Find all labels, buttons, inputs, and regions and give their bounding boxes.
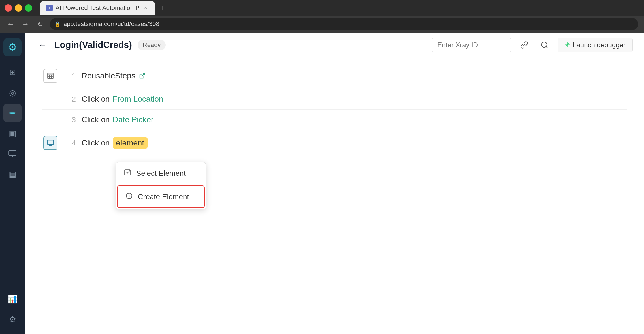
new-tab-btn[interactable]: + [157, 2, 169, 14]
traffic-light-yellow[interactable] [15, 4, 22, 12]
app-container: ⚙ ⊞ ◎ ✏ ▣ ▦ 📊 ⚙ ← [0, 33, 644, 334]
browser-chrome: T AI Powered Test Automation P × + ← → ↻… [0, 0, 644, 33]
refresh-nav-btn[interactable]: ↻ [35, 19, 45, 29]
step-number-2: 2 [65, 95, 76, 104]
address-text: app.testsigma.com/ui/td/cases/308 [63, 20, 159, 28]
tab-favicon: T [46, 5, 53, 11]
dropdown-menu: Select Element Create Element [116, 162, 206, 209]
step-number-3: 3 [65, 115, 76, 124]
sidebar-item-screen[interactable] [3, 145, 22, 163]
xray-id-input[interactable] [432, 38, 511, 52]
step-action-4: Click on [82, 138, 110, 147]
svg-rect-14 [125, 170, 130, 175]
step-number-4: 4 [65, 139, 76, 147]
sidebar-item-settings[interactable]: ⚙ [3, 310, 22, 328]
steps-area: 1 ReusableSteps 2 Click on From Location [25, 57, 644, 334]
external-link-icon-1[interactable] [138, 72, 146, 80]
search-icon [541, 41, 549, 49]
svg-rect-5 [48, 73, 53, 79]
svg-rect-0 [9, 151, 16, 156]
step-icon-1 [43, 69, 57, 83]
svg-line-4 [546, 46, 548, 48]
back-nav-btn[interactable]: ← [6, 19, 16, 29]
step-text-2: Click on From Location [82, 95, 163, 104]
traffic-light-green[interactable] [25, 4, 32, 12]
sidebar-item-grid[interactable]: ⊞ [3, 63, 22, 81]
edit-icon: ✏ [9, 108, 16, 118]
search-button[interactable] [537, 38, 552, 52]
step-row-2: 2 Click on From Location [42, 89, 627, 110]
dashboard-icon: ▦ [9, 170, 16, 179]
sidebar-item-chart[interactable]: 📊 [3, 290, 22, 308]
step-keyword-1: ReusableSteps [82, 71, 135, 80]
svg-rect-11 [47, 140, 54, 144]
logo-icon: ⚙ [8, 41, 17, 53]
step-icon-area-1 [42, 69, 59, 83]
forward-nav-btn[interactable]: → [20, 19, 31, 29]
grid-icon: ⊞ [9, 68, 16, 77]
svg-point-3 [542, 42, 547, 47]
browser-titlebar: T AI Powered Test Automation P × + [0, 0, 644, 16]
top-bar: ← Login(ValidCreds) Ready ✳ Launch debug… [25, 33, 644, 57]
create-element-icon [125, 192, 133, 201]
monitor-icon: ◎ [9, 88, 16, 97]
address-bar[interactable]: 🔒 app.testsigma.com/ui/td/cases/308 [50, 18, 638, 30]
step-element-3[interactable]: Date Picker [113, 115, 154, 124]
step-text-1: ReusableSteps [82, 71, 146, 80]
debugger-icon: ✳ [565, 41, 570, 49]
lock-icon: 🔒 [54, 21, 61, 27]
active-tab[interactable]: T AI Powered Test Automation P × [40, 1, 155, 15]
step-element-2[interactable]: From Location [113, 95, 163, 104]
create-element-label: Create Element [138, 192, 189, 201]
step-row-4: 4 Click on element [42, 130, 627, 156]
back-button[interactable]: ← [36, 39, 49, 51]
folder-icon: ▣ [9, 129, 16, 138]
dropdown-divider [116, 184, 206, 184]
step-text-4: Click on element [82, 137, 148, 149]
launch-debugger-label: Launch debugger [573, 41, 626, 49]
step-action-3: Click on [82, 115, 110, 124]
chart-icon: 📊 [8, 294, 18, 304]
step-number-1: 1 [65, 72, 76, 80]
sidebar-item-monitor[interactable]: ◎ [3, 84, 22, 102]
step-icon-area-4 [42, 136, 59, 150]
link-icon-btn[interactable] [517, 38, 532, 52]
svg-line-10 [142, 74, 144, 76]
sidebar-item-dashboard[interactable]: ▦ [3, 165, 22, 183]
step-row-3: 3 Click on Date Picker [42, 110, 627, 130]
tabs-bar: T AI Powered Test Automation P × + [36, 0, 639, 16]
tab-title: AI Powered Test Automation P [56, 4, 140, 12]
traffic-lights [5, 4, 32, 12]
step-row-1: 1 ReusableSteps [42, 63, 627, 89]
settings-icon: ⚙ [9, 315, 16, 324]
main-content: ← Login(ValidCreds) Ready ✳ Launch debug… [25, 33, 644, 334]
dropdown-item-select-element[interactable]: Select Element [116, 162, 206, 184]
page-title: Login(ValidCreds) [54, 40, 132, 50]
select-element-icon [124, 169, 131, 178]
sidebar-item-edit[interactable]: ✏ [3, 104, 22, 122]
tab-close-btn[interactable]: × [142, 5, 149, 11]
address-bar-row: ← → ↻ 🔒 app.testsigma.com/ui/td/cases/30… [0, 16, 644, 33]
screen-step-icon [47, 139, 54, 147]
table-icon [47, 72, 54, 80]
sidebar: ⚙ ⊞ ◎ ✏ ▣ ▦ 📊 ⚙ [0, 33, 25, 334]
screen-icon [8, 149, 17, 158]
chain-link-icon [520, 41, 528, 49]
sidebar-logo: ⚙ [3, 38, 22, 56]
step-action-2: Click on [82, 95, 110, 104]
sidebar-item-folder[interactable]: ▣ [3, 124, 22, 142]
status-badge: Ready [138, 40, 166, 50]
traffic-light-red[interactable] [5, 4, 12, 12]
step-text-3: Click on Date Picker [82, 115, 153, 124]
launch-debugger-button[interactable]: ✳ Launch debugger [558, 38, 633, 52]
select-element-label: Select Element [136, 169, 186, 178]
step-element-4[interactable]: element [113, 137, 148, 149]
dropdown-item-create-element[interactable]: Create Element [117, 185, 205, 208]
step-icon-4 [43, 136, 57, 150]
